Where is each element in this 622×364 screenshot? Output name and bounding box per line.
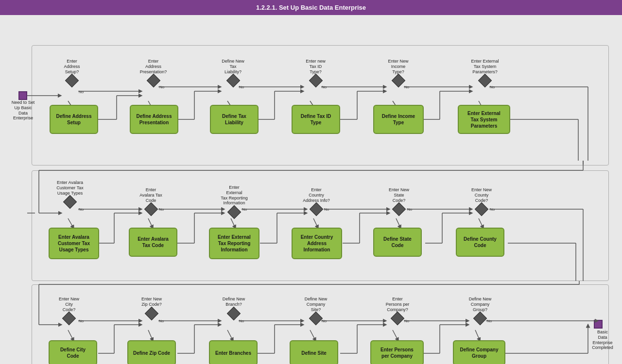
diamond-label-d10: EnterCountryAddress Info?: [299, 187, 333, 203]
start-label: Need to SetUp BasicDataEnterprise: [5, 100, 41, 121]
task-t1[interactable]: Define AddressSetup: [50, 105, 98, 134]
diamond-d3: Define NewTaxLiability?: [217, 59, 249, 85]
diagram-area: Need to SetUp BasicDataEnterprise BasicD…: [0, 15, 622, 364]
diamond-d16: Define NewCompanySite?: [298, 297, 333, 323]
diamond-d2: EnterAddressPresentation?: [138, 59, 169, 85]
diamond-label-d6: Enter ExternalTax SystemParameters?: [468, 59, 502, 74]
task-t7[interactable]: Enter AvalaraCustomer TaxUsage Types: [49, 228, 99, 259]
end-node: [594, 320, 603, 329]
diamond-d7: Enter AvalaraCustomer TaxUsage Types: [52, 180, 87, 207]
task-t2[interactable]: Define AddressPresentation: [130, 105, 178, 134]
diamond-d17: EnterPersons perCompany?: [380, 297, 415, 323]
start-node: [18, 91, 27, 100]
diamond-d6: Enter ExternalTax SystemParameters?: [468, 59, 502, 85]
diamond-d5: Enter NewIncomeType?: [382, 59, 414, 85]
task-t11[interactable]: Define StateCode: [373, 228, 422, 257]
diamond-label-d16: Define NewCompanySite?: [298, 297, 333, 312]
diamond-d15: Define NewBranch?: [217, 297, 250, 318]
diamond-label-d14: Enter NewZip Code?: [135, 297, 168, 307]
diamond-label-d3: Define NewTaxLiability?: [217, 59, 249, 74]
diamond-label-d5: Enter NewIncomeType?: [382, 59, 414, 74]
task-t8[interactable]: Enter AvalaraTax Code: [129, 228, 177, 257]
title-bar: 1.2.2.1. Set Up Basic Data Enterprise: [0, 0, 622, 15]
diamond-label-d15: Define NewBranch?: [217, 297, 250, 307]
diamond-d1: EnterAddressSetup?: [57, 59, 86, 85]
diamond-d18: Define NewCompanyGroup?: [463, 297, 498, 323]
diamond-label-d11: Enter NewStateCode?: [382, 187, 416, 203]
task-t18[interactable]: Define CompanyGroup: [453, 340, 505, 364]
task-t3[interactable]: Define TaxLiability: [210, 105, 259, 134]
task-t14[interactable]: Define Zip Code: [127, 340, 176, 364]
end-label: BasicDataEnterpriseCompleted: [586, 330, 620, 350]
task-t15[interactable]: Enter Branches: [209, 340, 258, 364]
task-t6[interactable]: Enter ExternalTax SystemParameters: [458, 105, 510, 134]
task-t17[interactable]: Enter Personsper Company: [370, 340, 424, 364]
diamond-label-d18: Define NewCompanyGroup?: [463, 297, 498, 312]
diamond-label-d7: Enter AvalaraCustomer TaxUsage Types: [52, 180, 87, 196]
diamond-label-d2: EnterAddressPresentation?: [138, 59, 169, 74]
diamond-d14: Enter NewZip Code?: [135, 297, 168, 318]
diamond-label-d12: Enter NewCountyCode?: [465, 187, 499, 203]
task-t12[interactable]: Define CountyCode: [456, 228, 504, 257]
task-t9[interactable]: Enter ExternalTax ReportingInformation: [209, 228, 259, 259]
diamond-label-d13: Enter NewCityCode?: [52, 297, 86, 312]
task-t16[interactable]: Define Site: [290, 340, 338, 364]
task-t4[interactable]: Define Tax IDType: [292, 105, 340, 134]
diamond-label-d1: EnterAddressSetup?: [57, 59, 86, 74]
diamond-label-d9: EnterExternalTax ReportingInformation: [217, 185, 252, 206]
diamond-label-d8: EnterAvalara TaxCode: [135, 187, 167, 203]
task-t10[interactable]: Enter CountryAddressInformation: [292, 228, 342, 259]
task-t5[interactable]: Define IncomeType: [373, 105, 424, 134]
diamond-label-d4: Enter newTax IDType?: [300, 59, 331, 74]
diamond-label-d17: EnterPersons perCompany?: [380, 297, 415, 312]
task-t13[interactable]: Define CityCode: [49, 340, 97, 364]
diamond-d9: EnterExternalTax ReportingInformation: [217, 185, 252, 217]
diamond-d4: Enter newTax IDType?: [300, 59, 331, 85]
page-title: 1.2.2.1. Set Up Basic Data Enterprise: [256, 4, 366, 11]
